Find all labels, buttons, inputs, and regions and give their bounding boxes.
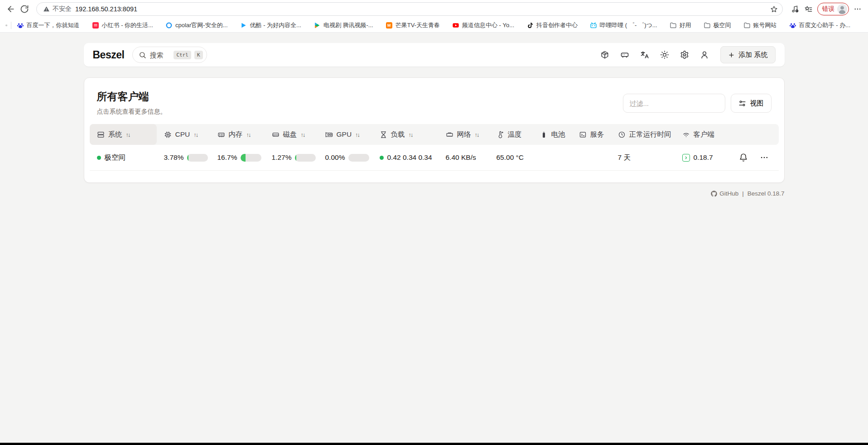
- sort-icon: ↑↓: [355, 131, 360, 138]
- favorites-list-icon[interactable]: [804, 5, 813, 14]
- bookmark-item[interactable]: M 芒果TV-天生青春: [386, 21, 440, 29]
- sort-icon: ↑↓: [301, 131, 306, 138]
- bookmark-item[interactable]: 电视剧 腾讯视频-...: [313, 21, 373, 29]
- agent-update-icon: [682, 154, 690, 162]
- column-header-gpu[interactable]: GPU ↑↓: [318, 124, 372, 145]
- column-header-uptime[interactable]: 正常运行时间: [611, 124, 675, 145]
- sliders-icon: [738, 100, 746, 107]
- bookmark-item[interactable]: 哔哩哔哩 ( ゜- ゜)つ...: [590, 21, 657, 29]
- column-header-services[interactable]: 服务: [572, 124, 611, 145]
- column-label: 正常运行时间: [629, 130, 671, 139]
- bookmark-item[interactable]: 好用: [670, 21, 691, 29]
- bookmark-label: 账号网站: [753, 21, 777, 29]
- view-button[interactable]: 视图: [731, 94, 772, 113]
- bookmark-label: 百度文心助手 - 办...: [799, 21, 850, 29]
- mgtv-icon: M: [386, 22, 393, 29]
- browser-profile[interactable]: 错误: [817, 3, 849, 15]
- bookmarks-bar: 百度一下，你就知道 小红书 - 你的生活... cpolar官网-安全的... …: [0, 18, 868, 33]
- browser-menu-icon[interactable]: [854, 5, 862, 13]
- gpu-value: 0.00%: [325, 153, 345, 162]
- battery-icon: [540, 131, 548, 139]
- reload-icon[interactable]: [20, 5, 29, 14]
- column-header-client[interactable]: 客户端: [675, 124, 734, 145]
- bookmark-item[interactable]: 小红书 - 你的生活...: [92, 21, 153, 29]
- warning-icon: [43, 6, 50, 12]
- package-icon: [600, 50, 609, 59]
- load-status-dot: [380, 156, 384, 160]
- column-header-system[interactable]: 系统 ↑↓: [90, 124, 157, 145]
- search-input[interactable]: [149, 51, 170, 59]
- add-system-button[interactable]: 添加 系统: [720, 46, 775, 63]
- temperature-value: 65.00 °C: [497, 153, 524, 162]
- search-box[interactable]: Ctrl K: [132, 47, 207, 63]
- sort-icon: ↑↓: [246, 131, 251, 138]
- column-label: 网络: [457, 130, 471, 139]
- column-header-network[interactable]: 网络 ↑↓: [439, 124, 489, 145]
- table-row[interactable]: 极空间 3.78% 16.7% 1.27% 0.0: [90, 145, 779, 171]
- column-header-battery[interactable]: 电池: [533, 124, 572, 145]
- address-bar[interactable]: 不安全 192.168.50.213:8091: [36, 2, 783, 16]
- bell-icon[interactable]: [739, 153, 748, 162]
- media-controls-icon[interactable]: [791, 5, 800, 14]
- security-indicator[interactable]: 不安全: [43, 5, 72, 13]
- column-label: 磁盘: [283, 130, 297, 139]
- github-icon: [711, 191, 717, 197]
- bookmark-item[interactable]: cpolar官网-安全的...: [165, 21, 228, 29]
- folder-icon: [670, 22, 677, 29]
- terminal-icon: [579, 131, 587, 139]
- url-text[interactable]: 192.168.50.213:8091: [75, 5, 767, 13]
- bookmark-item[interactable]: 极空间: [704, 21, 731, 29]
- column-header-memory[interactable]: 内存 ↑↓: [210, 124, 265, 145]
- column-header-disk[interactable]: 磁盘 ↑↓: [265, 124, 318, 145]
- user-button[interactable]: [697, 47, 712, 62]
- column-label: 电池: [551, 130, 565, 139]
- disk-icon: [272, 131, 280, 139]
- bookmark-item[interactable]: 账号网站: [743, 21, 777, 29]
- sidebar-toggle-icon[interactable]: [5, 21, 7, 29]
- bookmark-item[interactable]: 优酷 - 为好内容全...: [240, 21, 301, 29]
- hourglass-icon: [380, 131, 387, 139]
- folder-icon: [743, 22, 751, 29]
- bookmark-item[interactable]: 抖音创作者中心: [526, 21, 578, 29]
- bookmark-label: 优酷 - 为好内容全...: [250, 21, 301, 29]
- bookmark-star-icon[interactable]: [770, 5, 778, 13]
- network-value: 6.40 KB/s: [446, 153, 476, 162]
- search-icon: [139, 51, 146, 59]
- docker-button[interactable]: [597, 47, 612, 62]
- sort-icon: ↑↓: [193, 131, 198, 138]
- ethernet-icon: [446, 131, 453, 139]
- browser-chrome: 不安全 192.168.50.213:8091 错误 百度一下，你就知道 小红书…: [0, 0, 868, 33]
- kbd-ctrl: Ctrl: [174, 51, 191, 59]
- systems-button[interactable]: [617, 47, 632, 62]
- column-label: 温度: [508, 130, 522, 139]
- bookmark-item[interactable]: 百度文心助手 - 办...: [789, 21, 850, 29]
- bookmark-item[interactable]: 频道信息中心 - Yo...: [452, 21, 514, 29]
- tencent-video-icon: [313, 22, 321, 29]
- avatar: [837, 4, 847, 14]
- filter-input[interactable]: [623, 94, 725, 113]
- back-icon[interactable]: [6, 5, 15, 14]
- row-menu-icon[interactable]: [760, 153, 769, 162]
- column-label: GPU: [337, 130, 352, 139]
- sort-icon: ↑↓: [475, 131, 480, 138]
- bookmark-item[interactable]: 百度一下，你就知道: [17, 21, 80, 29]
- youku-icon: [240, 22, 247, 29]
- gear-icon: [680, 50, 689, 59]
- table-header-row: 系统 ↑↓ CPU ↑↓ 内存 ↑↓ 磁盘: [90, 124, 779, 145]
- app-footer: GitHub | Beszel 0.18.7: [84, 190, 785, 197]
- footer-version: Beszel 0.18.7: [747, 190, 785, 197]
- cpolar-icon: [165, 22, 173, 29]
- column-header-load[interactable]: 负载 ↑↓: [372, 124, 439, 145]
- column-header-temperature[interactable]: 温度: [489, 124, 533, 145]
- column-header-cpu[interactable]: CPU ↑↓: [157, 124, 210, 145]
- github-link[interactable]: GitHub: [711, 190, 738, 197]
- settings-button[interactable]: [677, 47, 692, 62]
- language-button[interactable]: [637, 47, 652, 62]
- bookmark-label: 百度一下，你就知道: [27, 21, 80, 29]
- status-up-dot: [97, 156, 101, 160]
- cpu-value: 3.78%: [164, 153, 184, 162]
- theme-button[interactable]: [657, 47, 672, 62]
- page-title: 所有客户端: [97, 90, 167, 104]
- github-label: GitHub: [719, 190, 738, 197]
- beszel-logo[interactable]: Beszel: [93, 49, 125, 61]
